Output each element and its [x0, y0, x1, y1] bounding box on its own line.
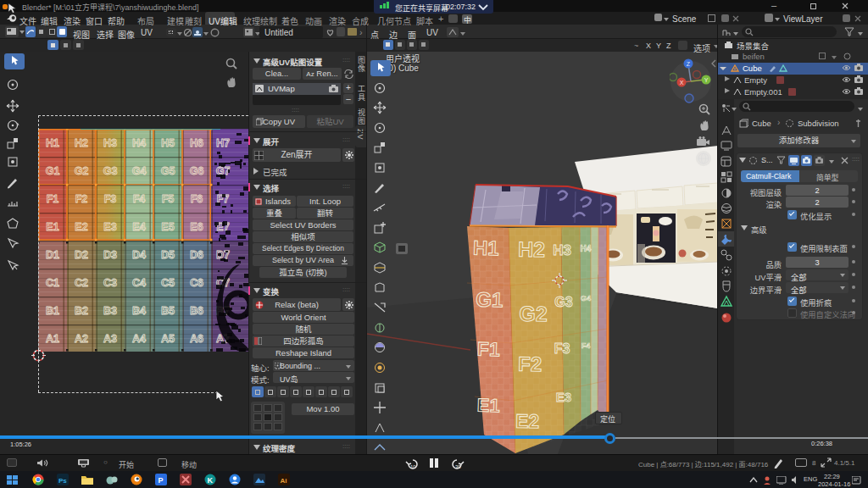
- svg-text:K: K: [208, 476, 214, 485]
- svg-text:H7: H7: [216, 137, 230, 149]
- svg-text:B5: B5: [161, 305, 175, 317]
- svg-text:X: X: [680, 80, 684, 86]
- svg-text:B6: B6: [190, 305, 203, 317]
- svg-text:E2: E2: [515, 410, 540, 432]
- svg-text:A4: A4: [132, 333, 146, 345]
- svg-text:B1: B1: [46, 305, 59, 317]
- svg-text:Ai: Ai: [281, 477, 287, 485]
- svg-text:H2: H2: [518, 237, 545, 262]
- svg-text:A1: A1: [46, 333, 59, 345]
- svg-text:H3: H3: [553, 242, 571, 258]
- svg-text:G3: G3: [554, 295, 572, 309]
- svg-text:F4: F4: [581, 341, 591, 350]
- svg-text:G2: G2: [519, 302, 548, 326]
- svg-text:30: 30: [455, 464, 461, 469]
- svg-text:A3: A3: [103, 333, 117, 345]
- svg-text:Y: Y: [704, 77, 709, 83]
- svg-text:A6: A6: [190, 333, 203, 345]
- svg-text:H1: H1: [472, 236, 499, 259]
- svg-text:10: 10: [410, 464, 416, 469]
- svg-text:A5: A5: [161, 333, 175, 345]
- svg-text:F1: F1: [476, 338, 500, 361]
- svg-text:Ps: Ps: [58, 477, 67, 485]
- svg-text:A2: A2: [75, 333, 88, 345]
- svg-text:E1: E1: [476, 395, 500, 417]
- svg-text:P: P: [159, 476, 164, 485]
- svg-text:F2: F2: [518, 352, 542, 375]
- svg-text:B3: B3: [103, 305, 117, 317]
- svg-text:B4: B4: [132, 305, 146, 317]
- svg-text:H4: H4: [581, 244, 592, 253]
- svg-text:F3: F3: [554, 341, 570, 356]
- svg-text:E3: E3: [556, 390, 571, 404]
- svg-text:Z: Z: [687, 61, 691, 67]
- svg-text:B2: B2: [75, 305, 88, 317]
